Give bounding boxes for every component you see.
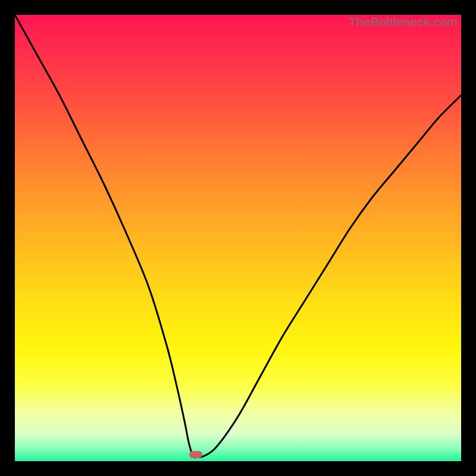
plot-area: TheBottleneck.com: [15, 15, 461, 461]
chart-frame: TheBottleneck.com: [0, 0, 476, 476]
optimal-point-marker: [189, 451, 202, 458]
bottleneck-curve: [15, 15, 461, 461]
